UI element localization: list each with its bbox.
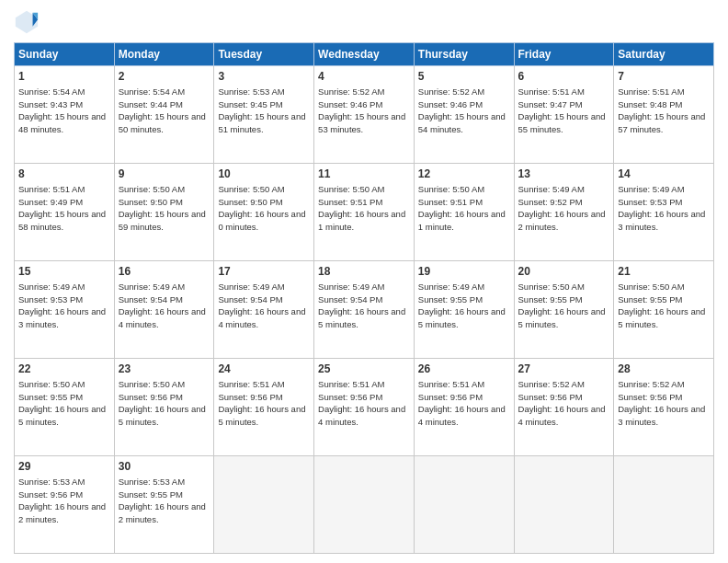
day-detail: Sunrise: 5:52 AM Sunset: 9:46 PM Dayligh… — [318, 86, 410, 136]
logo-icon — [14, 9, 40, 35]
calendar-day-cell: 3Sunrise: 5:53 AM Sunset: 9:45 PM Daylig… — [214, 66, 314, 164]
day-number: 10 — [218, 167, 310, 182]
day-number: 25 — [318, 362, 410, 377]
calendar-day-cell: 8Sunrise: 5:51 AM Sunset: 9:49 PM Daylig… — [15, 164, 115, 261]
calendar-day-cell: 13Sunrise: 5:49 AM Sunset: 9:52 PM Dayli… — [514, 164, 614, 261]
day-detail: Sunrise: 5:49 AM Sunset: 9:54 PM Dayligh… — [318, 281, 410, 331]
calendar-header-row: SundayMondayTuesdayWednesdayThursdayFrid… — [15, 43, 714, 66]
day-detail: Sunrise: 5:52 AM Sunset: 9:56 PM Dayligh… — [618, 378, 710, 429]
calendar-day-cell: 7Sunrise: 5:51 AM Sunset: 9:48 PM Daylig… — [614, 66, 714, 164]
day-detail: Sunrise: 5:50 AM Sunset: 9:55 PM Dayligh… — [18, 378, 110, 429]
header — [14, 9, 714, 35]
day-number: 21 — [618, 264, 710, 280]
day-detail: Sunrise: 5:49 AM Sunset: 9:55 PM Dayligh… — [418, 281, 510, 331]
calendar-day-cell: 5Sunrise: 5:52 AM Sunset: 9:46 PM Daylig… — [414, 66, 514, 164]
calendar-day-cell: 1Sunrise: 5:54 AM Sunset: 9:43 PM Daylig… — [15, 66, 115, 164]
day-number: 14 — [618, 167, 710, 182]
calendar-day-cell: 24Sunrise: 5:51 AM Sunset: 9:56 PM Dayli… — [214, 359, 314, 456]
day-detail: Sunrise: 5:49 AM Sunset: 9:53 PM Dayligh… — [18, 281, 110, 331]
day-number: 26 — [418, 362, 510, 377]
calendar-day-cell: 18Sunrise: 5:49 AM Sunset: 9:54 PM Dayli… — [314, 261, 415, 359]
day-number: 27 — [518, 362, 610, 377]
calendar-day-cell: 23Sunrise: 5:50 AM Sunset: 9:56 PM Dayli… — [114, 359, 214, 456]
calendar-day-cell: 25Sunrise: 5:51 AM Sunset: 9:56 PM Dayli… — [314, 359, 415, 456]
calendar-day-cell: 28Sunrise: 5:52 AM Sunset: 9:56 PM Dayli… — [614, 359, 714, 456]
day-detail: Sunrise: 5:53 AM Sunset: 9:45 PM Dayligh… — [218, 86, 310, 136]
day-detail: Sunrise: 5:51 AM Sunset: 9:49 PM Dayligh… — [18, 183, 110, 234]
day-detail: Sunrise: 5:50 AM Sunset: 9:51 PM Dayligh… — [418, 183, 510, 234]
calendar-day-cell: 21Sunrise: 5:50 AM Sunset: 9:55 PM Dayli… — [614, 261, 714, 359]
calendar-day-cell: 20Sunrise: 5:50 AM Sunset: 9:55 PM Dayli… — [514, 261, 614, 359]
calendar-week-row: 1Sunrise: 5:54 AM Sunset: 9:43 PM Daylig… — [15, 66, 714, 164]
day-detail: Sunrise: 5:49 AM Sunset: 9:53 PM Dayligh… — [618, 183, 710, 234]
day-number: 1 — [18, 69, 110, 85]
day-number: 9 — [119, 167, 210, 182]
calendar-day-cell: 10Sunrise: 5:50 AM Sunset: 9:50 PM Dayli… — [214, 164, 314, 261]
calendar-day-cell — [514, 456, 614, 554]
logo — [14, 9, 43, 35]
calendar-day-cell: 22Sunrise: 5:50 AM Sunset: 9:55 PM Dayli… — [15, 359, 115, 456]
day-detail: Sunrise: 5:50 AM Sunset: 9:55 PM Dayligh… — [618, 281, 710, 331]
calendar-week-row: 22Sunrise: 5:50 AM Sunset: 9:55 PM Dayli… — [15, 359, 714, 456]
day-number: 16 — [119, 264, 210, 280]
day-detail: Sunrise: 5:50 AM Sunset: 9:50 PM Dayligh… — [218, 183, 310, 234]
day-number: 17 — [218, 264, 310, 280]
day-number: 19 — [418, 264, 510, 280]
day-detail: Sunrise: 5:49 AM Sunset: 9:52 PM Dayligh… — [518, 183, 610, 234]
day-detail: Sunrise: 5:51 AM Sunset: 9:56 PM Dayligh… — [418, 378, 510, 429]
calendar-day-cell: 29Sunrise: 5:53 AM Sunset: 9:56 PM Dayli… — [15, 456, 115, 554]
calendar-day-cell — [414, 456, 514, 554]
day-number: 22 — [18, 362, 110, 377]
weekday-header-wednesday: Wednesday — [314, 43, 415, 66]
calendar-day-cell: 9Sunrise: 5:50 AM Sunset: 9:50 PM Daylig… — [114, 164, 214, 261]
calendar-day-cell: 30Sunrise: 5:53 AM Sunset: 9:55 PM Dayli… — [114, 456, 214, 554]
day-detail: Sunrise: 5:54 AM Sunset: 9:43 PM Dayligh… — [18, 86, 110, 136]
calendar-week-row: 8Sunrise: 5:51 AM Sunset: 9:49 PM Daylig… — [15, 164, 714, 261]
weekday-header-tuesday: Tuesday — [214, 43, 314, 66]
day-detail: Sunrise: 5:49 AM Sunset: 9:54 PM Dayligh… — [119, 281, 210, 331]
day-detail: Sunrise: 5:51 AM Sunset: 9:56 PM Dayligh… — [318, 378, 410, 429]
day-detail: Sunrise: 5:53 AM Sunset: 9:56 PM Dayligh… — [18, 476, 110, 526]
day-detail: Sunrise: 5:49 AM Sunset: 9:54 PM Dayligh… — [218, 281, 310, 331]
calendar-day-cell: 27Sunrise: 5:52 AM Sunset: 9:56 PM Dayli… — [514, 359, 614, 456]
day-number: 30 — [119, 459, 210, 475]
day-number: 15 — [18, 264, 110, 280]
calendar-day-cell: 15Sunrise: 5:49 AM Sunset: 9:53 PM Dayli… — [15, 261, 115, 359]
calendar-day-cell: 2Sunrise: 5:54 AM Sunset: 9:44 PM Daylig… — [114, 66, 214, 164]
day-number: 12 — [418, 167, 510, 182]
day-detail: Sunrise: 5:52 AM Sunset: 9:56 PM Dayligh… — [518, 378, 610, 429]
day-number: 28 — [618, 362, 710, 377]
weekday-header-thursday: Thursday — [414, 43, 514, 66]
weekday-header-friday: Friday — [514, 43, 614, 66]
day-number: 7 — [618, 69, 710, 85]
day-detail: Sunrise: 5:50 AM Sunset: 9:55 PM Dayligh… — [518, 281, 610, 331]
day-number: 20 — [518, 264, 610, 280]
day-number: 18 — [318, 264, 410, 280]
day-detail: Sunrise: 5:50 AM Sunset: 9:51 PM Dayligh… — [318, 183, 410, 234]
day-number: 11 — [318, 167, 410, 182]
day-detail: Sunrise: 5:50 AM Sunset: 9:56 PM Dayligh… — [119, 378, 210, 429]
day-number: 23 — [119, 362, 210, 377]
day-detail: Sunrise: 5:53 AM Sunset: 9:55 PM Dayligh… — [119, 476, 210, 526]
calendar-day-cell: 4Sunrise: 5:52 AM Sunset: 9:46 PM Daylig… — [314, 66, 415, 164]
weekday-header-sunday: Sunday — [15, 43, 115, 66]
day-number: 6 — [518, 69, 610, 85]
calendar-week-row: 15Sunrise: 5:49 AM Sunset: 9:53 PM Dayli… — [15, 261, 714, 359]
calendar-day-cell: 17Sunrise: 5:49 AM Sunset: 9:54 PM Dayli… — [214, 261, 314, 359]
day-detail: Sunrise: 5:50 AM Sunset: 9:50 PM Dayligh… — [119, 183, 210, 234]
day-number: 5 — [418, 69, 510, 85]
calendar-day-cell: 16Sunrise: 5:49 AM Sunset: 9:54 PM Dayli… — [114, 261, 214, 359]
day-number: 4 — [318, 69, 410, 85]
weekday-header-monday: Monday — [114, 43, 214, 66]
page: SundayMondayTuesdayWednesdayThursdayFrid… — [0, 0, 728, 563]
day-detail: Sunrise: 5:51 AM Sunset: 9:56 PM Dayligh… — [218, 378, 310, 429]
day-detail: Sunrise: 5:54 AM Sunset: 9:44 PM Dayligh… — [119, 86, 210, 136]
day-detail: Sunrise: 5:51 AM Sunset: 9:48 PM Dayligh… — [618, 86, 710, 136]
day-number: 24 — [218, 362, 310, 377]
day-detail: Sunrise: 5:51 AM Sunset: 9:47 PM Dayligh… — [518, 86, 610, 136]
day-number: 2 — [119, 69, 210, 85]
calendar-week-row: 29Sunrise: 5:53 AM Sunset: 9:56 PM Dayli… — [15, 456, 714, 554]
calendar-day-cell: 11Sunrise: 5:50 AM Sunset: 9:51 PM Dayli… — [314, 164, 415, 261]
day-number: 29 — [18, 459, 110, 475]
calendar-day-cell — [614, 456, 714, 554]
